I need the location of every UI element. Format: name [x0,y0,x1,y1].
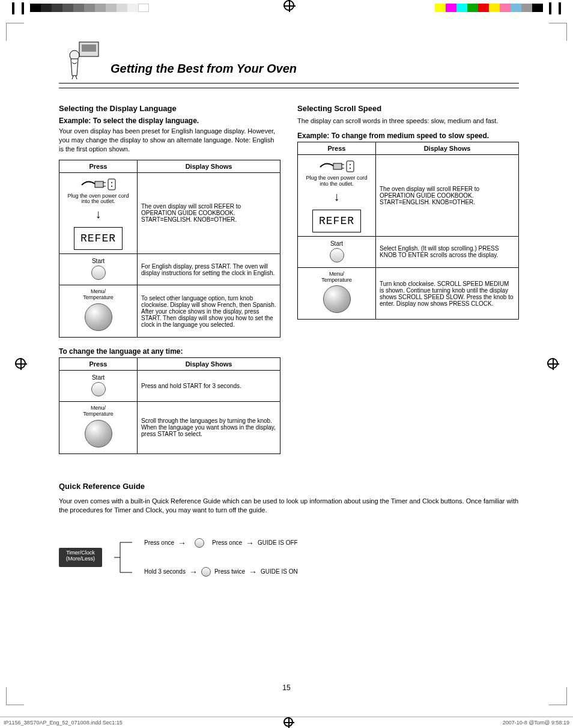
table-cell: To select other language option, turn kn… [138,285,280,338]
plug-outlet-icon [319,159,355,173]
svg-rect-11 [333,163,342,169]
section-heading: Selecting the Display Language [59,104,280,113]
chef-illustration-icon [59,41,101,79]
plug-outlet-icon [80,177,117,191]
plug-caption: Plug the oven power cord into the outlet… [302,175,372,187]
start-button-icon [201,567,211,577]
section-subheading: Example: To change from medium speed to … [297,132,519,140]
section-heading: Selecting Scroll Speed [297,104,519,113]
registration-target-icon [283,0,294,11]
branch-lines-icon [114,536,132,578]
footer-filename: IP1156_38S70AP_Eng_52_071008.indd Sec1:1… [4,720,123,726]
table-header: Press [298,142,376,154]
page-number: 15 [282,684,290,692]
arrow-right-icon: → [189,567,198,577]
knob-label: Menu/Temperature [302,271,372,284]
registration-target-icon [547,358,558,369]
svg-point-10 [111,186,112,187]
arrow-down-icon: ↓ [63,207,133,221]
grayscale-bar [30,4,149,12]
oven-display: REFER [74,227,123,250]
svg-rect-14 [347,161,354,172]
registration-target-icon [283,717,293,727]
arrow-right-icon: → [246,538,254,548]
plug-caption: Plug the oven power cord into the outlet… [63,193,133,205]
qr-step-label: Press twice [214,568,245,575]
quickref-diagram: Timer/Clock(More/Less) Press once → Pres… [59,524,519,590]
knob-icon [323,285,351,313]
scroll-speed-table: PressDisplay Shows Plug the oven power c… [297,142,519,320]
arrow-right-icon: → [178,538,186,548]
table-cell: Select English. (It will stop scrolling.… [376,236,519,267]
table-header: Display Shows [138,358,280,371]
section-subheading: Example: To select the display language. [59,117,280,125]
language-change-table: PressDisplay Shows Start Press and hold … [59,357,280,454]
color-bar [435,4,543,12]
start-button-label: Start [63,374,133,381]
svg-point-15 [350,164,351,165]
knob-label: Menu/Temperature [63,289,133,301]
svg-point-9 [111,182,112,183]
table-cell: For English display, press START. The ov… [138,254,280,285]
knob-icon [85,303,112,331]
table-header: Display Shows [138,160,280,172]
svg-point-16 [350,168,351,169]
start-button-icon [91,265,106,280]
print-registration-row [0,0,573,17]
footer-timestamp: 2007-10-8 @Tom@ 9:58:19 [503,720,569,726]
svg-line-3 [72,76,73,79]
qr-result-label: GUIDE IS ON [261,568,298,575]
arrow-down-icon: ↓ [302,190,372,204]
qr-step-label: Press once [212,539,242,546]
qr-step-label: Hold 3 seconds [144,568,186,575]
qr-result-label: GUIDE IS OFF [258,539,298,546]
crop-mark [6,23,24,41]
table-cell: The oven display will scroll REFER to OP… [376,154,519,236]
table-cell: Press and hold START for 3 seconds. [138,371,280,402]
oven-display: REFER [312,210,361,232]
registration-target-icon [15,358,26,369]
svg-line-4 [76,76,77,79]
svg-rect-8 [108,179,115,190]
start-button-icon [330,248,344,262]
language-instruction-table: PressDisplay Shows Plug the oven power c… [59,160,280,338]
qr-step-label: Press once [144,539,174,546]
table-header: Display Shows [376,142,519,154]
table-cell: Turn knob clockwise. SCROLL SPEED MEDIUM… [376,267,519,320]
start-button-icon [91,382,106,396]
page-title: Getting the Best from Your Oven [111,62,297,79]
quickref-heading: Quick Reference Guide [59,482,519,491]
crop-mark [549,23,567,41]
crop-mark [549,687,567,705]
arrow-right-icon: → [249,567,257,577]
start-button-label: Start [63,258,133,264]
table-header: Press [59,160,138,172]
start-button-label: Start [302,240,372,247]
table-header: Press [59,358,138,371]
start-button-icon [195,538,204,548]
section-paragraph: The display can scroll words in three sp… [297,117,519,126]
svg-rect-5 [95,181,103,187]
section-subheading: To change the language at any time: [59,347,280,356]
crop-mark [6,687,24,705]
table-cell: Scroll through the languages by turning … [138,402,280,454]
quickref-paragraph: Your oven comes with a built-in Quick Re… [59,497,519,515]
section-paragraph: Your oven display has been preset for En… [59,127,280,154]
timer-clock-button-icon: Timer/Clock(More/Less) [59,548,102,567]
knob-label: Menu/Temperature [63,405,133,417]
svg-rect-1 [82,44,96,52]
knob-icon [85,420,112,447]
table-cell: The oven display will scroll REFER to OP… [138,172,280,254]
